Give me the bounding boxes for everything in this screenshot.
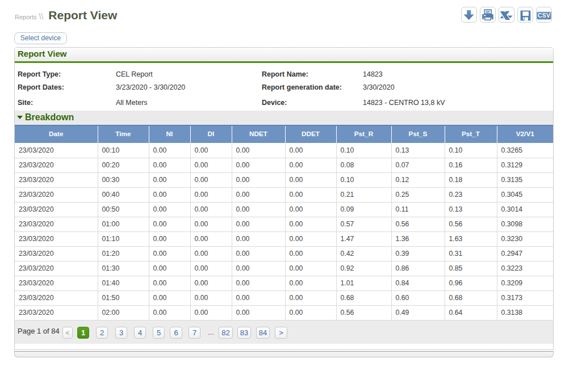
svg-text:CSV: CSV (538, 12, 550, 19)
